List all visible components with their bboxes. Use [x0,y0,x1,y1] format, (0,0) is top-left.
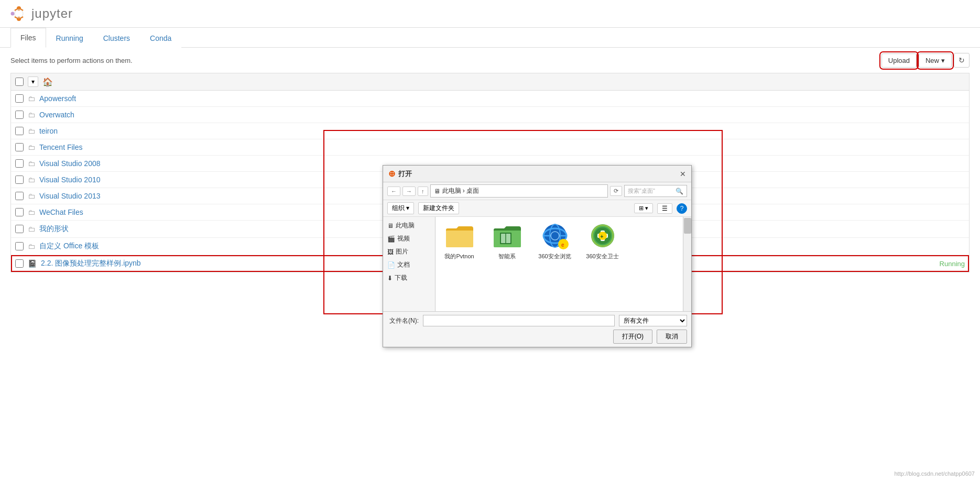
dialog-organize-button[interactable]: 组织 ▾ [387,202,414,214]
dialog-title-text: 打开 [398,169,412,179]
folder-green-icon [493,221,522,250]
dialog-cancel-button[interactable]: 取消 [657,330,687,344]
actions-dropdown-button[interactable]: ▾ [28,76,38,87]
dialog-filename-row: 文件名(N): 所有文件 [387,315,687,326]
file-label-mypython: 我的Pvtnon [444,253,474,260]
list-item: 🗀 Apowersoft [11,91,969,107]
check-all-checkbox[interactable] [15,78,24,86]
dialog-search-placeholder: 搜索"桌面" [628,187,655,195]
file-link[interactable]: Apowersoft [39,94,76,103]
tabs-bar: Files Running Clusters Conda [0,28,980,48]
folder-icon: 🗀 [28,208,35,216]
notebook-icon: 📓 [28,259,37,268]
dialog-address-pc-icon: 🖥 [434,188,440,195]
video-icon: 🎬 [387,235,395,243]
file-label-360guard: 360安全卫士 [586,253,618,260]
file-dialog: ⊕ 打开 ✕ ← → ↑ 🖥 此电脑 › 桌面 ⟳ 搜索"桌面" 🔍 组织 ▾ … [383,165,692,347]
file-label-360browser: 360安全浏览 [538,253,571,260]
home-icon[interactable]: 🏠 [42,77,53,87]
toolbar-row: Select items to perform actions on them.… [10,53,970,68]
file-link[interactable]: Visual Studio 2008 [39,159,101,168]
file-checkbox[interactable] [15,127,24,135]
file-checkbox[interactable] [15,242,24,250]
dialog-addr-refresh-btn[interactable]: ⟳ [610,186,622,196]
tab-files[interactable]: Files [10,28,46,48]
dialog-sidebar-downloads[interactable]: ⬇ 下载 [383,271,435,284]
dialog-file-360guard[interactable]: + 360安全卫士 [583,221,622,260]
file-checkbox[interactable] [15,111,24,119]
documents-icon: 📄 [387,261,395,269]
file-link[interactable]: Visual Studio 2013 [39,192,101,200]
file-link[interactable]: teiron [39,127,58,135]
refresh-button[interactable]: ↻ [954,53,970,68]
file-checkbox[interactable] [15,259,24,268]
file-checkbox[interactable] [15,159,24,168]
dialog-file-intellisys[interactable]: 智能系 [487,221,527,260]
file-link[interactable]: 自定义 Office 模板 [39,242,99,251]
tab-running[interactable]: Running [46,28,93,48]
tab-clusters[interactable]: Clusters [93,28,140,48]
list-item: 🗀 teiron [11,123,969,139]
dialog-file-360browser[interactable]: e 360安全浏览 [535,221,574,260]
file-link[interactable]: Tencent Files [39,143,82,151]
file-link[interactable]: 我的形状 [39,224,69,234]
folder-icon: 🗀 [28,176,35,184]
notebook-link[interactable]: 2.2. 图像预处理完整样例.ipynb [41,259,141,268]
dialog-back-button[interactable]: ← [387,187,400,196]
dialog-footer: 文件名(N): 所有文件 打开(O) 取消 [383,311,691,347]
file-checkbox[interactable] [15,192,24,200]
file-link[interactable]: Visual Studio 2010 [39,176,101,184]
dialog-view-details-button[interactable]: ☰ [657,203,672,214]
dialog-search-box[interactable]: 搜索"桌面" 🔍 [624,185,687,197]
select-text: Select items to perform actions on them. [10,57,133,64]
file-link[interactable]: WeChat Files [39,208,83,216]
folder-icon: 🗀 [28,159,35,168]
list-item: 🗀 Overwatch [11,107,969,123]
svg-text:+: + [600,234,603,239]
new-button[interactable]: New ▾ [919,53,952,68]
svg-text:e: e [561,242,564,248]
tab-conda[interactable]: Conda [140,28,181,48]
dialog-toolbar: 组织 ▾ 新建文件夹 ⊞ ▾ ☰ ? [383,200,691,217]
jupyter-logo: jupyter [10,5,73,22]
file-checkbox[interactable] [15,94,24,103]
svg-point-2 [11,12,15,16]
file-list-header: ▾ 🏠 [10,73,970,91]
dialog-filename-label: 文件名(N): [387,316,419,325]
file-link[interactable]: Overwatch [39,111,74,119]
dialog-new-folder-button[interactable]: 新建文件夹 [418,202,459,214]
dialog-scrollbar[interactable] [683,217,691,311]
dialog-title-bar: ⊕ 打开 ✕ [383,166,691,182]
dialog-forward-button[interactable]: → [402,187,416,196]
downloads-icon: ⬇ [387,275,393,282]
file-checkbox[interactable] [15,208,24,216]
folder-icon: 🗀 [28,111,35,119]
folder-icon: 🗀 [28,143,35,151]
dialog-filename-input[interactable] [423,315,615,326]
file-checkbox[interactable] [15,225,24,233]
folder-icon: 🗀 [28,192,35,200]
upload-button[interactable]: Upload [881,53,917,68]
dialog-filetype-select[interactable]: 所有文件 [619,315,687,326]
logo-text: jupyter [31,6,73,21]
dialog-sidebar-documents[interactable]: 📄 文档 [383,258,435,271]
dialog-title-icon: ⊕ [388,169,395,179]
dialog-sidebar-video[interactable]: 🎬 视频 [383,232,435,245]
dialog-file-mypython[interactable]: 我的Pvtnon [440,221,479,260]
pictures-icon: 🖼 [387,248,394,256]
folder-icon: 🗀 [28,94,35,103]
dialog-sidebar-pictures[interactable]: 🖼 图片 [383,245,435,258]
dialog-sidebar-computer[interactable]: 🖥 此电脑 [383,219,435,232]
dialog-close-button[interactable]: ✕ [680,170,686,178]
dialog-view-large-button[interactable]: ⊞ ▾ [634,203,653,213]
dialog-sidebar: 🖥 此电脑 🎬 视频 🖼 图片 📄 文档 ⬇ 下载 [383,217,435,311]
dialog-address-text: 此电脑 › 桌面 [442,187,480,195]
dialog-content: 我的Pvtnon 智能系 [435,217,683,311]
file-checkbox[interactable] [15,143,24,151]
jupyter-logo-icon [10,5,27,22]
dialog-up-button[interactable]: ↑ [418,187,428,196]
dialog-open-button[interactable]: 打开(O) [613,330,652,344]
file-checkbox[interactable] [15,176,24,184]
dialog-address-input[interactable]: 🖥 此电脑 › 桌面 [430,184,608,198]
dialog-help-button[interactable]: ? [677,203,687,214]
